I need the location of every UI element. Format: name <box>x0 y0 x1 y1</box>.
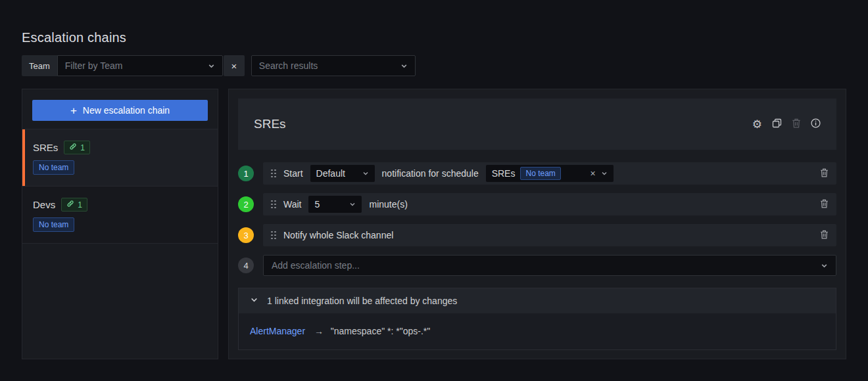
chevron-down-icon <box>250 296 258 306</box>
chevron-down-icon <box>349 201 356 208</box>
linked-integrations-badge: 1 <box>64 141 90 154</box>
notification-mode-select[interactable]: Default <box>310 165 375 182</box>
plus-icon: + <box>70 105 77 116</box>
add-escalation-step-select[interactable]: Add escalation step... <box>263 255 836 276</box>
linked-integrations-toggle[interactable]: 1 linked integration will be affected by… <box>239 288 836 313</box>
delete-chain-button[interactable] <box>792 118 801 130</box>
chain-list-item-sres[interactable]: SREs 1 No team <box>22 129 218 186</box>
step-number-badge: 2 <box>238 196 254 212</box>
schedule-team-badge: No team <box>520 167 560 180</box>
linked-integrations-note: 1 linked integration will be affected by… <box>238 288 836 350</box>
chain-name-row: SREs 1 <box>33 141 207 154</box>
linked-integrations-body: AlertManager → "namespace" *: *"ops-.*" <box>239 313 836 349</box>
gear-icon: ⚙ <box>752 119 762 130</box>
step-text: minute(s) <box>369 199 407 210</box>
clear-schedule-button[interactable]: × <box>589 168 596 179</box>
filter-bar: Team Filter by Team × Search results <box>22 55 846 76</box>
trash-icon <box>820 168 829 179</box>
sidebar-top: + New escalation chain <box>22 89 218 129</box>
add-step-placeholder: Add escalation step... <box>272 260 360 271</box>
trash-icon <box>820 230 829 241</box>
chain-actions: ⚙ <box>752 118 821 130</box>
chevron-down-icon <box>208 62 215 70</box>
escalation-step-1: 1 Start Default notification for schedul… <box>238 162 836 185</box>
chain-title: SREs <box>254 117 286 131</box>
clear-team-filter-button[interactable]: × <box>224 55 245 76</box>
escalation-chain-panel: SREs ⚙ <box>228 89 846 359</box>
escalation-chains-page: Escalation chains Team Filter by Team × … <box>0 30 868 359</box>
schedule-select[interactable]: SREs No team × <box>486 165 614 182</box>
chain-name-row: Devs 1 <box>33 198 207 212</box>
drag-handle-icon[interactable] <box>271 231 276 240</box>
copy-chain-button[interactable] <box>772 118 782 130</box>
chain-name: Devs <box>33 199 55 210</box>
step-row: Wait 5 minute(s) <box>263 193 836 215</box>
info-icon <box>811 118 821 130</box>
new-chain-label: New escalation chain <box>83 105 170 116</box>
chevron-down-icon <box>362 170 369 177</box>
team-filter-select[interactable]: Filter by Team <box>57 55 223 76</box>
close-icon: × <box>590 168 595 179</box>
step-text: Wait <box>283 199 301 210</box>
escalation-step-2: 2 Wait 5 minute(s) <box>238 193 836 215</box>
escalation-step-3: 3 Notify whole Slack channel <box>238 224 836 246</box>
team-badge: No team <box>33 217 74 232</box>
trash-icon <box>820 199 829 210</box>
chevron-down-icon <box>821 262 828 269</box>
new-escalation-chain-button[interactable]: + New escalation chain <box>32 100 208 121</box>
chevron-down-icon <box>601 170 608 177</box>
link-icon <box>69 143 77 152</box>
search-placeholder: Search results <box>259 60 318 71</box>
linked-integrations-badge: 1 <box>61 198 87 212</box>
step-number-badge: 4 <box>238 258 254 273</box>
chains-sidebar: + New escalation chain SREs 1 <box>22 89 218 359</box>
escalation-steps: 1 Start Default notification for schedul… <box>238 162 836 276</box>
page-title: Escalation chains <box>22 30 846 45</box>
duration-value: 5 <box>314 199 320 210</box>
copy-icon <box>772 118 782 130</box>
chevron-down-icon <box>400 62 408 70</box>
linked-integrations-header-text: 1 linked integration will be affected by… <box>267 296 457 306</box>
delete-step-button[interactable] <box>820 168 829 179</box>
linked-count: 1 <box>80 143 85 152</box>
step-text: Start <box>283 168 303 179</box>
wait-duration-select[interactable]: 5 <box>308 196 362 213</box>
info-button[interactable] <box>811 118 821 130</box>
trash-icon <box>792 118 801 130</box>
team-filter-placeholder: Filter by Team <box>65 60 123 71</box>
delete-step-button[interactable] <box>820 230 829 241</box>
content-area: + New escalation chain SREs 1 <box>22 89 846 359</box>
team-badge: No team <box>33 160 74 175</box>
drag-handle-icon[interactable] <box>271 169 276 178</box>
chain-header: SREs ⚙ <box>238 99 836 150</box>
arrow-right-icon: → <box>314 326 324 336</box>
step-text: notification for schedule <box>382 168 479 179</box>
integration-route: "namespace" *: *"ops-.*" <box>331 326 430 336</box>
linked-count: 1 <box>78 200 82 210</box>
chain-list-item-devs[interactable]: Devs 1 No team <box>22 186 218 244</box>
step-number-badge: 1 <box>238 166 254 181</box>
step-number-badge: 3 <box>238 227 254 243</box>
schedule-value: SREs <box>492 168 516 179</box>
step-row: Notify whole Slack channel <box>263 224 836 246</box>
chain-name: SREs <box>33 142 58 153</box>
integration-link[interactable]: AlertManager <box>250 326 305 336</box>
drag-handle-icon[interactable] <box>271 200 276 209</box>
step-text: Notify whole Slack channel <box>283 230 393 240</box>
escalation-step-add: 4 Add escalation step... <box>238 255 836 276</box>
search-results-select[interactable]: Search results <box>251 55 416 76</box>
close-icon: × <box>231 60 237 72</box>
link-icon <box>66 200 74 210</box>
team-filter-label: Team <box>22 55 57 76</box>
delete-step-button[interactable] <box>820 199 829 210</box>
mode-value: Default <box>316 168 345 179</box>
edit-settings-button[interactable]: ⚙ <box>752 119 762 130</box>
step-row: Start Default notification for schedule … <box>263 162 836 185</box>
